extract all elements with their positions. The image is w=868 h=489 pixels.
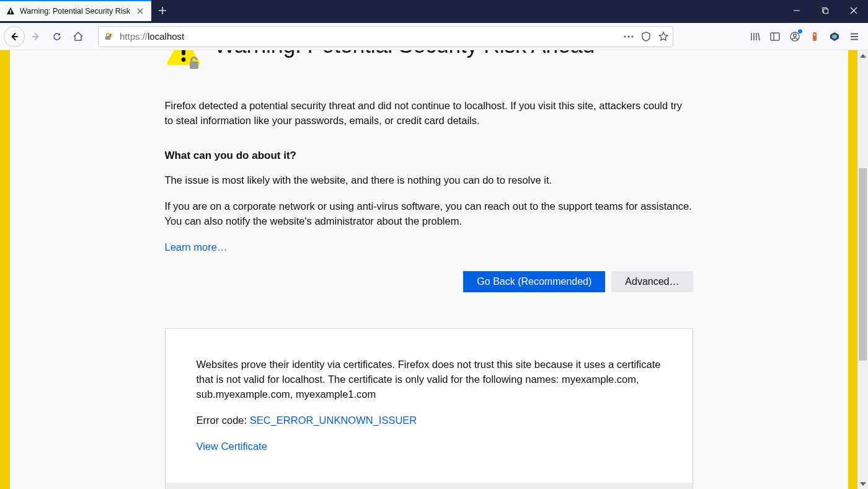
error-code-link[interactable]: SEC_ERROR_UNKNOWN_ISSUER <box>250 415 417 426</box>
library-icon[interactable] <box>749 30 761 43</box>
intro-text: Firefox detected a potential security th… <box>165 99 693 128</box>
go-back-button[interactable]: Go Back (Recommended) <box>463 271 605 292</box>
svg-point-17 <box>181 58 185 62</box>
reload-button[interactable] <box>47 27 67 47</box>
extension2-icon[interactable] <box>828 30 841 43</box>
forward-button[interactable] <box>26 27 46 47</box>
reader-protection-icon[interactable] <box>640 31 652 42</box>
advice-text-2: If you are on a corporate network or usi… <box>165 199 693 229</box>
advice-text-1: The issue is most likely with the websit… <box>165 173 693 188</box>
certificate-details-panel: Websites prove their identity via certif… <box>165 328 693 489</box>
window-controls <box>782 0 868 21</box>
content-area: Warning: Potential Security Risk Ahead F… <box>0 50 857 489</box>
home-button[interactable] <box>68 27 88 47</box>
titlebar: Warning: Potential Security Risk Ahead <box>0 0 868 23</box>
svg-rect-1 <box>824 9 828 14</box>
certificate-explanation: Websites prove their identity via certif… <box>197 357 662 402</box>
scroll-thumb[interactable] <box>859 168 867 361</box>
navigation-toolbar: https://localhost <box>0 23 868 50</box>
svg-rect-18 <box>190 61 198 69</box>
tab-title: Warning: Potential Security Risk Ahead <box>20 7 130 16</box>
svg-point-13 <box>814 34 816 35</box>
svg-rect-12 <box>813 32 817 41</box>
advanced-button[interactable]: Advanced… <box>611 271 693 292</box>
scroll-down-button[interactable] <box>857 478 868 489</box>
svg-point-11 <box>794 34 797 37</box>
extension1-icon[interactable] <box>808 30 821 43</box>
svg-point-7 <box>631 35 633 37</box>
page-actions-button[interactable] <box>623 35 634 38</box>
warning-icon <box>6 7 15 16</box>
window-minimize-button[interactable] <box>782 0 811 21</box>
account-icon[interactable] <box>789 30 801 43</box>
url-host: localhost <box>148 31 184 42</box>
svg-rect-4 <box>110 36 110 37</box>
vertical-scrollbar[interactable] <box>857 50 868 489</box>
bookmark-star-icon[interactable] <box>658 31 669 42</box>
toolbar-right <box>681 30 864 43</box>
error-code-label: Error code: <box>197 415 250 426</box>
view-certificate-link[interactable]: View Certificate <box>197 441 267 452</box>
url-text: https://localhost <box>120 31 619 42</box>
back-button[interactable] <box>4 26 25 47</box>
window-maximize-button[interactable] <box>811 0 839 21</box>
svg-point-5 <box>624 35 626 37</box>
learn-more-link[interactable]: Learn more… <box>165 241 228 253</box>
svg-rect-3 <box>110 34 110 36</box>
svg-rect-16 <box>182 50 185 55</box>
warning-triangle-icon <box>165 50 198 69</box>
url-protocol: https:// <box>120 31 148 42</box>
browser-tab[interactable]: Warning: Potential Security Risk Ahead <box>0 0 151 21</box>
sidebar-icon[interactable] <box>769 30 781 43</box>
new-tab-button[interactable] <box>151 0 174 21</box>
url-bar[interactable]: https://localhost <box>98 26 673 47</box>
sub-heading: What can you do about it? <box>165 148 693 164</box>
scroll-up-button[interactable] <box>857 50 868 61</box>
svg-point-6 <box>627 35 629 37</box>
error-code-line: Error code: SEC_ERROR_UNKNOWN_ISSUER <box>197 413 662 428</box>
tab-close-button[interactable] <box>135 6 145 16</box>
window-close-button[interactable] <box>839 0 868 21</box>
app-menu-button[interactable] <box>848 30 861 43</box>
page-title: Warning: Potential Security Risk Ahead <box>215 50 595 58</box>
svg-rect-8 <box>771 33 779 40</box>
site-identity-icon[interactable] <box>102 31 116 42</box>
